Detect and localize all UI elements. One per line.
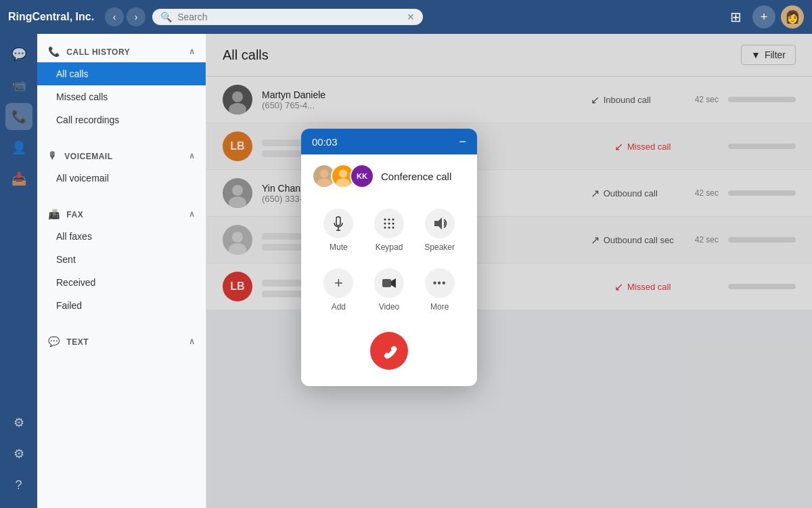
svg-point-15 xyxy=(384,223,386,225)
svg-point-14 xyxy=(392,219,394,221)
more-icon: ••• xyxy=(425,268,455,298)
text-section-icon: 💬 xyxy=(48,336,60,347)
svg-point-16 xyxy=(388,223,390,225)
fax-chevron: ∧ xyxy=(189,209,196,219)
search-icon: 🔍 xyxy=(160,12,172,22)
add-button[interactable]: + xyxy=(752,5,775,28)
svg-point-12 xyxy=(384,219,386,221)
speaker-icon xyxy=(425,209,455,238)
voicemail-section-icon: 🎙 xyxy=(48,150,58,161)
sidebar: 📞 CALL HISTORY ∧ All calls Missed calls … xyxy=(37,34,206,508)
sidebar-section-header-voicemail[interactable]: 🎙 VOICEMAIL ∧ xyxy=(37,145,206,167)
svg-point-7 xyxy=(317,179,331,188)
add-button[interactable]: + Add xyxy=(315,261,363,318)
sidebar-item-all-voicemail[interactable]: All voicemail xyxy=(37,167,206,190)
end-call-section xyxy=(301,332,477,386)
topbar: RingCentral, Inc. ‹ › 🔍 ✕ ⊞ + 👩 xyxy=(0,0,812,34)
end-call-button[interactable] xyxy=(362,324,415,377)
sidebar-item-received[interactable]: Received xyxy=(37,271,206,294)
svg-point-17 xyxy=(392,223,394,225)
svg-point-20 xyxy=(392,227,394,229)
video-button[interactable]: Video xyxy=(365,261,413,318)
minimize-button[interactable]: − xyxy=(459,135,466,148)
text-chevron: ∧ xyxy=(189,337,196,346)
sidebar-item-all-faxes[interactable]: All faxes xyxy=(37,225,206,248)
sidebar-section-header-text[interactable]: 💬 TEXT ∧ xyxy=(37,331,206,352)
avatar[interactable]: 👩 xyxy=(781,5,804,28)
modal-header: 00:03 − xyxy=(301,129,477,154)
call-history-chevron: ∧ xyxy=(189,47,196,56)
search-clear-button[interactable]: ✕ xyxy=(407,12,415,22)
sidebar-section-call-history: 📞 CALL HISTORY ∧ All calls Missed calls … xyxy=(37,34,206,138)
call-timer: 00:03 xyxy=(312,136,338,148)
sidebar-item-all-calls[interactable]: All calls xyxy=(37,62,206,85)
sidebar-section-voicemail: 🎙 VOICEMAIL ∧ All voicemail xyxy=(37,138,206,196)
fax-section-label: FAX xyxy=(66,210,83,219)
back-button[interactable]: ‹ xyxy=(105,7,124,26)
forward-button[interactable]: › xyxy=(127,7,145,26)
rail-video-icon[interactable]: 📹 xyxy=(5,72,32,99)
conference-label: Conference call xyxy=(381,171,451,182)
rail-settings1-icon[interactable]: ⚙ xyxy=(5,409,32,436)
keypad-button[interactable]: Keypad xyxy=(365,202,413,259)
main-content: All calls ▼ Filter Martyn Daniele (650) … xyxy=(206,34,812,508)
svg-rect-22 xyxy=(382,279,391,287)
call-history-section-label: CALL HISTORY xyxy=(66,47,130,57)
mute-icon xyxy=(323,209,353,238)
participant-avatar-3: KK xyxy=(350,164,374,188)
rail-chat-icon[interactable]: 💬 xyxy=(5,41,32,68)
sidebar-section-text: 💬 TEXT ∧ xyxy=(37,324,206,359)
overlay-backdrop xyxy=(206,34,812,508)
voicemail-section-label: VOICEMAIL xyxy=(64,152,112,161)
add-icon: + xyxy=(323,268,353,298)
fax-section-icon: 📠 xyxy=(48,209,60,219)
more-label: More xyxy=(430,302,449,312)
keypad-icon xyxy=(374,209,404,238)
more-button[interactable]: ••• More xyxy=(415,261,464,318)
speaker-button[interactable]: Speaker xyxy=(415,202,464,259)
app-title: RingCentral, Inc. xyxy=(8,11,94,23)
rail-inbox-icon[interactable]: 📥 xyxy=(5,165,32,192)
svg-marker-21 xyxy=(434,217,442,230)
sidebar-section-header-call-history[interactable]: 📞 CALL HISTORY ∧ xyxy=(37,41,206,62)
video-label: Video xyxy=(379,302,399,312)
svg-point-13 xyxy=(388,219,390,221)
call-controls: Mute Keypad xyxy=(301,195,477,332)
icon-rail: 💬 📹 📞 👤 📥 ⚙ ⚙ ? xyxy=(0,34,37,508)
search-input[interactable] xyxy=(177,12,401,22)
rail-help-icon[interactable]: ? xyxy=(5,471,32,499)
speaker-label: Speaker xyxy=(424,242,455,252)
nav-buttons: ‹ › xyxy=(105,7,145,26)
svg-point-6 xyxy=(320,169,328,177)
sidebar-item-call-recordings[interactable]: Call recordings xyxy=(37,108,206,131)
sidebar-item-failed[interactable]: Failed xyxy=(37,294,206,317)
sidebar-section-fax: 📠 FAX ∧ All faxes Sent Received Failed xyxy=(37,196,206,324)
sidebar-item-missed-calls[interactable]: Missed calls xyxy=(37,85,206,108)
svg-point-19 xyxy=(388,227,390,229)
svg-marker-23 xyxy=(391,278,396,288)
apps-button[interactable]: ⊞ xyxy=(724,5,747,28)
layout: 💬 📹 📞 👤 📥 ⚙ ⚙ ? 📞 CALL HISTORY ∧ All cal… xyxy=(0,34,812,508)
svg-point-8 xyxy=(339,169,347,177)
svg-point-9 xyxy=(336,179,350,188)
participant-avatars: KK xyxy=(312,164,374,188)
sidebar-section-header-fax[interactable]: 📠 FAX ∧ xyxy=(37,203,206,225)
modal-participants: KK Conference call xyxy=(301,154,477,195)
rail-phone-icon[interactable]: 📞 xyxy=(5,103,32,130)
rail-settings2-icon[interactable]: ⚙ xyxy=(5,440,32,467)
mute-button[interactable]: Mute xyxy=(315,202,363,259)
rail-contacts-icon[interactable]: 👤 xyxy=(5,134,32,161)
sidebar-item-sent[interactable]: Sent xyxy=(37,248,206,271)
video-icon xyxy=(374,268,404,298)
rail-bottom-group: ⚙ ⚙ ? xyxy=(5,409,32,508)
voicemail-chevron: ∧ xyxy=(189,151,196,161)
svg-point-18 xyxy=(384,227,386,229)
search-bar: 🔍 ✕ xyxy=(152,9,423,25)
add-label: Add xyxy=(332,302,346,312)
call-history-section-icon: 📞 xyxy=(48,46,60,57)
topbar-right: ⊞ + 👩 xyxy=(724,5,804,28)
mute-label: Mute xyxy=(330,242,348,252)
keypad-label: Keypad xyxy=(376,242,403,252)
text-section-label: TEXT xyxy=(66,337,89,347)
conference-modal: 00:03 − KK Conference call xyxy=(301,129,477,386)
